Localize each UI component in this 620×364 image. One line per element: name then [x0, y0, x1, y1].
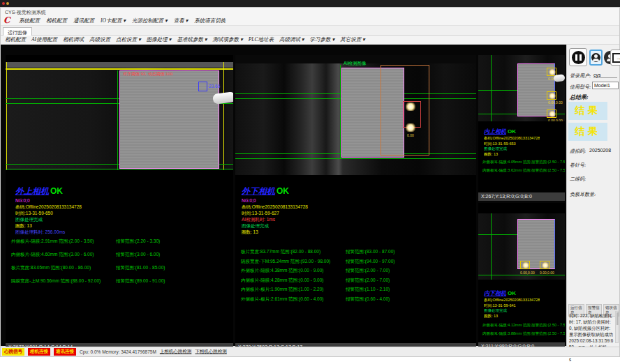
- toolbar-item[interactable]: PLC地址表: [249, 36, 274, 43]
- overlay-yellow-line: [6, 68, 233, 70]
- toolbar-item[interactable]: 相机配置: [5, 36, 26, 43]
- user-icon: [591, 53, 600, 62]
- log-scrollbar[interactable]: [615, 311, 619, 343]
- status-ok: OK: [508, 128, 516, 135]
- menu-items: 系统配置相机配置通讯配置IO卡配置 ▾光源控制配置 ▾查看 ▾系统语言切换: [19, 17, 226, 24]
- camera-connection-badge: 相机连接: [28, 348, 50, 356]
- toolbar-item[interactable]: 相机调试: [63, 36, 84, 43]
- measurement-row: 隔膜宽度-上M:90.56mm 范围:(88.00 - 92.00) 报警范围:…: [11, 278, 165, 291]
- exit-button[interactable]: [610, 50, 620, 66]
- result-title: 外下相机OK: [242, 184, 308, 197]
- measurement-text: 外侧极片-隔膜:2.91mm 范围:(2.00 - 3.50): [11, 238, 116, 252]
- measurement-row: 外侧极片-隔膜:2.91mm 范围:(2.00 - 3.50) 报警范围:(2.…: [11, 238, 165, 252]
- barcode-line: 条码:Offline20250208133134728: [15, 204, 82, 210]
- camera-view-inner-lower[interactable]: 0.00,0.00 0.00,0.00 内下相机OK 条码:Offline202…: [478, 203, 565, 351]
- camera-view-outer-upper[interactable]: 对齐阈值:93, 动态阈值:100 23.66 外上相机OK NG:0;0 条码…: [6, 55, 233, 351]
- measurement-row: 内侧极片-隔膜:4.60mm 范围:(3.00 - 6.00) 报警范围:(3.…: [11, 252, 165, 265]
- virtual-code-value: 20250208: [589, 148, 611, 153]
- camera-view-outer-lower[interactable]: AI检测图像 0.00 外下相机OK NG:0;0 条码:Offline2025…: [235, 55, 476, 351]
- menu-bar: C 系统配置相机配置通讯配置IO卡配置 ▾光源控制配置 ▾查看 ▾系统语言切换: [1, 16, 619, 26]
- log-scrollbar-thumb[interactable]: [617, 312, 619, 325]
- weld-glow-spot: [549, 69, 556, 75]
- cpu-memory-status: Cpu: 0.0% Memory: 3424.41796875M: [80, 349, 156, 354]
- taskbar-dot-icon: [2, 2, 5, 5]
- menu-item[interactable]: 光源控制配置 ▾: [132, 17, 168, 24]
- menu-item[interactable]: 系统配置: [19, 17, 40, 24]
- rounds-line: 圈数: 13: [15, 222, 82, 229]
- measurement-text: 外侧极耳-隔膜:4.05mm 范围:(2.00 - 8.00): [482, 160, 531, 168]
- marker-value: 23.66: [209, 84, 220, 89]
- menu-item[interactable]: 相机配置: [46, 17, 67, 24]
- camera-name: 外上相机: [15, 186, 49, 196]
- menu-item[interactable]: 通讯配置: [73, 17, 94, 24]
- upper-camera-heartbeat-link[interactable]: 上相机心跳检测: [160, 349, 192, 355]
- measurement-row: 内侧极片-隔膜:4.28mm 范围:(0.00 - 9.00) 报警范围:(2.…: [241, 278, 394, 287]
- toolbar-item[interactable]: 高级设置: [89, 36, 110, 43]
- measurement-alarm: 报警范围:(81.00 - 85.00): [116, 265, 165, 278]
- marker-label: 0.00,0.00: [548, 100, 563, 105]
- camera-image-outer-upper[interactable]: 对齐阈值:93, 动态阈值:100 23.66: [6, 62, 233, 170]
- overlay-marker-box: [198, 82, 207, 91]
- menu-item[interactable]: 查看 ▾: [174, 17, 189, 24]
- toolbar-item[interactable]: 其它设置 ▾: [340, 36, 365, 43]
- menu-item[interactable]: 系统语言切换: [194, 17, 226, 24]
- ai-image-label: AI检测图像: [344, 61, 366, 67]
- toolbar-item[interactable]: 基准线参数 ▾: [177, 36, 207, 43]
- result-title: 内上相机OK: [484, 123, 540, 136]
- camera-image-inner-lower[interactable]: 0.00,0.00 0.00,0.00: [478, 213, 565, 280]
- needle-number-label: 卷针号:: [570, 162, 586, 169]
- measurement-text: 外侧极片-极片:2.61mm 范围:(0.60 - 4.00): [241, 296, 346, 306]
- ai-time-line: AI检测耗时: 1ms: [242, 216, 308, 222]
- measurement-row: 内侧极片-极片:1.90mm 范围:(1.00 - 2.20) 报警范围:(1.…: [241, 287, 394, 296]
- model-label: 使用型号:: [570, 84, 591, 91]
- comm-connection-badge: 通讯连接: [54, 348, 76, 356]
- result-title: 内下相机OK: [484, 285, 540, 298]
- toolbar-item[interactable]: 点检设置 ▾: [116, 36, 141, 43]
- camera-view-inner-upper[interactable]: 0.00,0.00 0.00,0.00 0.00,0.00 内上相机OK 条码:…: [478, 55, 565, 201]
- toolbar-item[interactable]: 高级调试 ▾: [279, 36, 304, 43]
- model-input[interactable]: Model1: [592, 82, 619, 89]
- status-ok: OK: [50, 186, 63, 196]
- marker-label: 0.00,0.00: [540, 271, 554, 275]
- process-done-line: 图像处理完成: [484, 308, 540, 314]
- process-time-line: 图像处理耗时: 256.00ms: [15, 229, 82, 235]
- measurement-alarm: 报警范围:(3.00 - 6.00): [116, 252, 160, 265]
- measurement-row: 极片宽度:83.77mm 范围:(82.00 - 88.00) 报警范围:(83…: [241, 249, 394, 259]
- toolbar-item[interactable]: 测试项参数 ▾: [213, 36, 243, 43]
- user-login-button[interactable]: [589, 50, 603, 66]
- weld-glow-spot: [522, 262, 529, 268]
- toolbar-item[interactable]: 图像处理 ▾: [147, 36, 172, 43]
- time-line: 时间:13-31-59-627: [242, 210, 308, 216]
- menu-item[interactable]: IO卡配置 ▾: [101, 17, 126, 24]
- login-user-value: cys: [593, 73, 617, 78]
- overlay-yellow-line: [223, 62, 224, 170]
- weld-glow-spot: [405, 123, 416, 132]
- result-block-inner-lower: 内下相机OK 条码:Offline20250208133134728 时间:13…: [484, 285, 540, 319]
- result-block-inner-upper: 内上相机OK 条码:Offline20250208133134728 时间:13…: [484, 123, 540, 157]
- toolbar-item[interactable]: 学习参数 ▾: [310, 36, 335, 43]
- lower-camera-heartbeat-link[interactable]: 下相机心跳检测: [195, 349, 227, 355]
- camera-image-inner-upper[interactable]: 0.00,0.00 0.00,0.00 0.00,0.00: [478, 55, 565, 121]
- camera-image-outer-lower[interactable]: AI检测图像 0.00: [235, 55, 476, 175]
- rounds-line: 圈数: 13: [484, 152, 540, 158]
- measurement-alarm: 报警范围:(83.00 - 87.00): [346, 249, 394, 259]
- window-titlebar[interactable]: CYS-视觉检测系统: [1, 8, 619, 16]
- overlay-green-line: [6, 169, 233, 169]
- overlay-green-line: [117, 70, 118, 170]
- measurement-alarm: 报警范围:(94.00 - 97.00): [346, 259, 394, 268]
- measurement-alarm: 报警范围:(0.60 - 4.00): [346, 296, 390, 306]
- pause-button[interactable]: [569, 48, 587, 66]
- time-line: 时间:13-31-59-641: [484, 303, 540, 309]
- toolbar-item[interactable]: AI使用配置: [31, 36, 57, 43]
- marker-label: 0.00,0.00: [548, 119, 563, 121]
- measurement-alarm: 报警范围:(2.50 - 7.50): [531, 323, 565, 331]
- measurement-text: 内侧极耳-隔膜:3.62mm 范围:(2.00 - 8.00): [482, 168, 531, 176]
- tab-run-image[interactable]: 运行图像: [3, 27, 32, 36]
- measurement-alarm: 报警范围:(1.10 - 2.10): [346, 287, 390, 296]
- time-line: 时间:13-31-59-653: [484, 142, 540, 147]
- ng-info: NG:0;0: [242, 197, 308, 204]
- camera-name: 内下相机: [484, 290, 506, 296]
- measurement-alarm: 报警范围:(2.00 - 7.00): [346, 278, 390, 287]
- measurement-list: 外侧极片-隔膜:2.91mm 范围:(2.00 - 3.50) 报警范围:(2.…: [11, 238, 165, 291]
- measurement-row: 内侧极耳-隔膜:3.62mm 范围:(2.00 - 8.00) 报警范围:(2.…: [482, 168, 565, 176]
